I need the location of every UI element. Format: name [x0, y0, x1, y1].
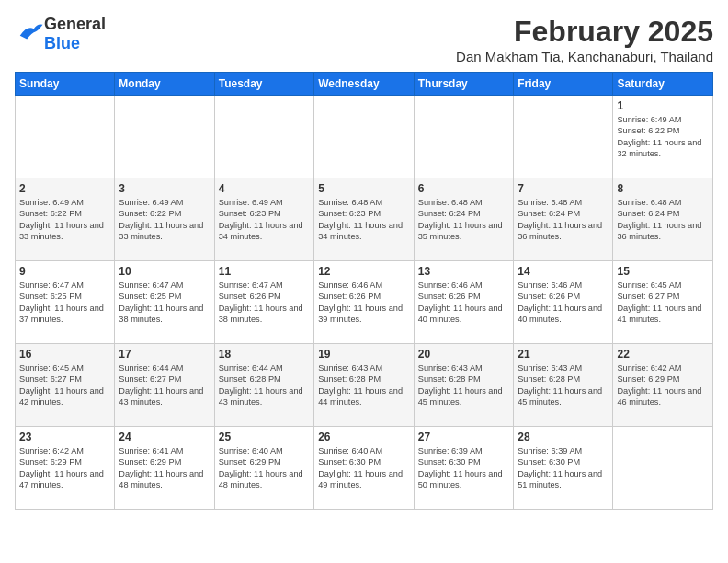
calendar-cell: 3Sunrise: 6:49 AM Sunset: 6:22 PM Daylig…	[115, 178, 214, 261]
day-info: Sunrise: 6:46 AM Sunset: 6:26 PM Dayligh…	[418, 280, 509, 326]
col-header-tuesday: Tuesday	[214, 73, 313, 96]
calendar-cell: 1Sunrise: 6:49 AM Sunset: 6:22 PM Daylig…	[613, 96, 713, 178]
day-number: 5	[318, 182, 410, 195]
calendar-cell	[613, 427, 713, 510]
day-info: Sunrise: 6:40 AM Sunset: 6:29 PM Dayligh…	[219, 445, 310, 491]
day-info: Sunrise: 6:43 AM Sunset: 6:28 PM Dayligh…	[318, 362, 410, 408]
col-header-sunday: Sunday	[16, 73, 115, 96]
day-info: Sunrise: 6:44 AM Sunset: 6:28 PM Dayligh…	[219, 362, 310, 408]
calendar-cell: 2Sunrise: 6:49 AM Sunset: 6:22 PM Daylig…	[16, 178, 115, 261]
calendar-cell: 13Sunrise: 6:46 AM Sunset: 6:26 PM Dayli…	[414, 261, 513, 344]
calendar-cell: 15Sunrise: 6:45 AM Sunset: 6:27 PM Dayli…	[613, 261, 713, 344]
calendar-cell: 9Sunrise: 6:47 AM Sunset: 6:25 PM Daylig…	[16, 261, 115, 344]
calendar-cell: 26Sunrise: 6:40 AM Sunset: 6:30 PM Dayli…	[314, 427, 415, 510]
col-header-friday: Friday	[514, 73, 613, 96]
logo-general: General	[44, 15, 106, 33]
day-number: 15	[617, 265, 709, 278]
calendar-cell: 23Sunrise: 6:42 AM Sunset: 6:29 PM Dayli…	[16, 427, 115, 510]
calendar-cell: 18Sunrise: 6:44 AM Sunset: 6:28 PM Dayli…	[214, 344, 313, 427]
day-number: 28	[518, 431, 609, 443]
calendar-cell	[16, 96, 115, 178]
day-number: 2	[19, 182, 110, 195]
col-header-monday: Monday	[115, 73, 214, 96]
calendar-cell: 17Sunrise: 6:44 AM Sunset: 6:27 PM Dayli…	[115, 344, 214, 427]
calendar-cell: 11Sunrise: 6:47 AM Sunset: 6:26 PM Dayli…	[214, 261, 313, 344]
day-info: Sunrise: 6:47 AM Sunset: 6:25 PM Dayligh…	[19, 280, 110, 326]
calendar-cell: 20Sunrise: 6:43 AM Sunset: 6:28 PM Dayli…	[414, 344, 513, 427]
day-number: 6	[418, 182, 509, 195]
calendar-cell: 10Sunrise: 6:47 AM Sunset: 6:25 PM Dayli…	[115, 261, 214, 344]
calendar-cell: 24Sunrise: 6:41 AM Sunset: 6:29 PM Dayli…	[115, 427, 214, 510]
day-info: Sunrise: 6:42 AM Sunset: 6:29 PM Dayligh…	[617, 362, 709, 408]
day-info: Sunrise: 6:43 AM Sunset: 6:28 PM Dayligh…	[518, 362, 609, 408]
day-info: Sunrise: 6:39 AM Sunset: 6:30 PM Dayligh…	[518, 445, 609, 491]
day-number: 12	[318, 265, 410, 278]
day-info: Sunrise: 6:47 AM Sunset: 6:25 PM Dayligh…	[119, 280, 210, 326]
page-header: General Blue February 2025 Dan Makham Ti…	[15, 15, 713, 64]
day-info: Sunrise: 6:42 AM Sunset: 6:29 PM Dayligh…	[19, 445, 110, 491]
col-header-wednesday: Wednesday	[314, 73, 415, 96]
calendar-week-3: 9Sunrise: 6:47 AM Sunset: 6:25 PM Daylig…	[16, 261, 713, 344]
calendar-cell: 14Sunrise: 6:46 AM Sunset: 6:26 PM Dayli…	[514, 261, 613, 344]
day-number: 23	[19, 431, 110, 443]
day-number: 17	[119, 348, 210, 361]
day-number: 21	[518, 348, 609, 361]
day-number: 3	[119, 182, 210, 195]
logo-blue: Blue	[44, 34, 80, 52]
day-info: Sunrise: 6:45 AM Sunset: 6:27 PM Dayligh…	[19, 362, 110, 408]
col-header-thursday: Thursday	[414, 73, 513, 96]
calendar-body: 1Sunrise: 6:49 AM Sunset: 6:22 PM Daylig…	[16, 96, 713, 510]
day-info: Sunrise: 6:44 AM Sunset: 6:27 PM Dayligh…	[119, 362, 210, 408]
calendar-cell	[514, 96, 613, 178]
day-number: 1	[617, 99, 709, 112]
day-number: 19	[318, 348, 410, 361]
day-info: Sunrise: 6:48 AM Sunset: 6:24 PM Dayligh…	[617, 197, 709, 243]
day-number: 16	[19, 348, 110, 361]
calendar-cell: 6Sunrise: 6:48 AM Sunset: 6:24 PM Daylig…	[414, 178, 513, 261]
day-number: 11	[219, 265, 310, 278]
calendar-week-5: 23Sunrise: 6:42 AM Sunset: 6:29 PM Dayli…	[16, 427, 713, 510]
day-number: 14	[518, 265, 609, 278]
day-info: Sunrise: 6:49 AM Sunset: 6:22 PM Dayligh…	[617, 114, 709, 160]
day-info: Sunrise: 6:40 AM Sunset: 6:30 PM Dayligh…	[318, 445, 410, 491]
calendar-cell: 5Sunrise: 6:48 AM Sunset: 6:23 PM Daylig…	[314, 178, 415, 261]
calendar-week-2: 2Sunrise: 6:49 AM Sunset: 6:22 PM Daylig…	[16, 178, 713, 261]
calendar-cell: 12Sunrise: 6:46 AM Sunset: 6:26 PM Dayli…	[314, 261, 415, 344]
calendar-cell: 25Sunrise: 6:40 AM Sunset: 6:29 PM Dayli…	[214, 427, 313, 510]
logo: General Blue	[15, 15, 106, 53]
day-info: Sunrise: 6:41 AM Sunset: 6:29 PM Dayligh…	[119, 445, 210, 491]
day-number: 8	[617, 182, 709, 195]
day-number: 10	[119, 265, 210, 278]
calendar-table: SundayMondayTuesdayWednesdayThursdayFrid…	[15, 72, 713, 510]
day-info: Sunrise: 6:46 AM Sunset: 6:26 PM Dayligh…	[318, 280, 410, 326]
day-number: 7	[518, 182, 609, 195]
day-number: 22	[617, 348, 709, 361]
calendar-header-row: SundayMondayTuesdayWednesdayThursdayFrid…	[16, 73, 713, 96]
day-number: 27	[418, 431, 509, 443]
calendar-cell: 7Sunrise: 6:48 AM Sunset: 6:24 PM Daylig…	[514, 178, 613, 261]
title-block: February 2025 Dan Makham Tia, Kanchanabu…	[456, 15, 713, 64]
day-info: Sunrise: 6:49 AM Sunset: 6:23 PM Dayligh…	[219, 197, 310, 243]
calendar-cell	[214, 96, 313, 178]
day-info: Sunrise: 6:48 AM Sunset: 6:24 PM Dayligh…	[418, 197, 509, 243]
day-info: Sunrise: 6:49 AM Sunset: 6:22 PM Dayligh…	[119, 197, 210, 243]
day-info: Sunrise: 6:45 AM Sunset: 6:27 PM Dayligh…	[617, 280, 709, 326]
month-title: February 2025	[456, 15, 713, 49]
calendar-cell	[115, 96, 214, 178]
day-info: Sunrise: 6:39 AM Sunset: 6:30 PM Dayligh…	[418, 445, 509, 491]
day-number: 18	[219, 348, 310, 361]
calendar-cell: 28Sunrise: 6:39 AM Sunset: 6:30 PM Dayli…	[514, 427, 613, 510]
day-number: 4	[219, 182, 310, 195]
day-info: Sunrise: 6:48 AM Sunset: 6:24 PM Dayligh…	[518, 197, 609, 243]
location: Dan Makham Tia, Kanchanaburi, Thailand	[456, 49, 713, 64]
calendar-cell: 4Sunrise: 6:49 AM Sunset: 6:23 PM Daylig…	[214, 178, 313, 261]
calendar-cell: 19Sunrise: 6:43 AM Sunset: 6:28 PM Dayli…	[314, 344, 415, 427]
day-number: 24	[119, 431, 210, 443]
day-info: Sunrise: 6:43 AM Sunset: 6:28 PM Dayligh…	[418, 362, 509, 408]
day-number: 13	[418, 265, 509, 278]
calendar-cell	[314, 96, 415, 178]
calendar-week-1: 1Sunrise: 6:49 AM Sunset: 6:22 PM Daylig…	[16, 96, 713, 178]
day-info: Sunrise: 6:46 AM Sunset: 6:26 PM Dayligh…	[518, 280, 609, 326]
day-info: Sunrise: 6:49 AM Sunset: 6:22 PM Dayligh…	[19, 197, 110, 243]
day-number: 9	[19, 265, 110, 278]
